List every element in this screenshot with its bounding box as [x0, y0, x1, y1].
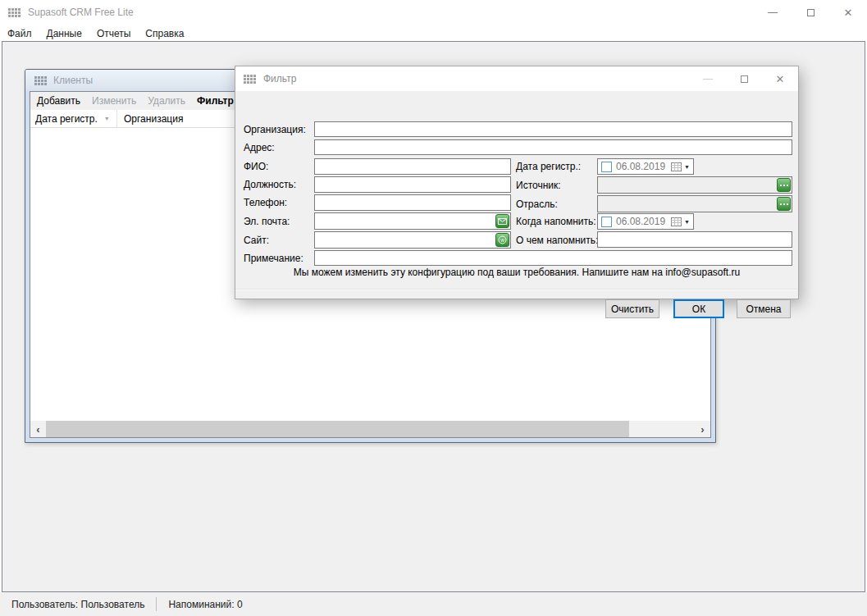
dialog-close-button[interactable]: ✕ — [762, 66, 798, 91]
maximize-button[interactable] — [792, 0, 829, 25]
cancel-button[interactable]: Отмена — [737, 299, 791, 318]
remind-when-dropdown-icon[interactable]: ▼ — [684, 219, 690, 225]
source-field — [597, 176, 792, 194]
svg-text:w: w — [500, 237, 504, 243]
site-input[interactable] — [315, 233, 495, 247]
minimize-icon: — — [768, 7, 778, 18]
organization-input[interactable] — [314, 121, 792, 137]
source-picker-button[interactable] — [777, 178, 791, 192]
dialog-info-text: Мы можем изменить эту конфигурацию под в… — [235, 267, 798, 278]
scroll-left-button[interactable]: ‹ — [30, 421, 46, 437]
address-label: Адрес: — [244, 142, 275, 153]
email-input[interactable] — [315, 214, 495, 228]
note-label: Примечание: — [244, 253, 303, 264]
clients-window-icon — [34, 76, 47, 85]
fio-input[interactable] — [314, 158, 511, 175]
column-header-reg-date[interactable]: Дата регистр. ▼ — [30, 110, 117, 127]
phone-label: Телефон: — [244, 197, 287, 208]
email-send-button[interactable] — [495, 214, 509, 228]
sort-desc-icon: ▼ — [104, 116, 110, 121]
email-label: Эл. почта: — [244, 216, 290, 227]
dialog-minimize-button: — — [690, 66, 726, 91]
menubar: Файл Данные Отчеты Справка — [0, 25, 867, 42]
reg-date-value: 06.08.2019 — [616, 161, 671, 172]
dialog-maximize-button[interactable] — [726, 66, 762, 91]
fio-label: ФИО: — [244, 161, 268, 172]
position-input[interactable] — [314, 176, 511, 193]
reg-date-picker[interactable]: 06.08.2019 ▼ — [597, 158, 694, 175]
menu-help[interactable]: Справка — [138, 25, 191, 42]
close-icon: ✕ — [844, 7, 853, 19]
menu-file[interactable]: Файл — [0, 25, 39, 42]
ok-button[interactable]: ОК — [673, 299, 724, 318]
reg-date-dropdown-icon[interactable]: ▼ — [684, 164, 690, 170]
toolbar-edit-button: Изменить — [86, 95, 142, 107]
menu-reports[interactable]: Отчеты — [89, 25, 138, 42]
calendar-icon — [671, 162, 682, 171]
scroll-left-icon: ‹ — [36, 423, 39, 436]
filter-dialog-title: Фильтр — [263, 73, 296, 84]
remind-when-picker[interactable]: 06.08.2019 ▼ — [597, 213, 694, 230]
ellipsis-icon — [780, 203, 788, 205]
dialog-maximize-icon — [741, 75, 748, 83]
maximize-icon — [807, 9, 815, 16]
app-title: Supasoft CRM Free Lite — [28, 7, 134, 18]
remind-what-input[interactable] — [597, 231, 792, 248]
source-label: Источник: — [516, 180, 561, 191]
status-separator — [156, 597, 157, 611]
industry-field — [597, 195, 792, 212]
app-logo-icon — [8, 8, 21, 17]
status-bar: Пользователь: Пользователь Напоминаний: … — [0, 592, 867, 616]
dialog-minimize-icon: — — [703, 73, 713, 84]
main-titlebar[interactable]: Supasoft CRM Free Lite — ✕ — [0, 0, 867, 25]
site-open-button[interactable]: w — [495, 233, 509, 247]
remind-when-value: 06.08.2019 — [616, 216, 671, 227]
industry-label: Отрасль: — [516, 198, 558, 210]
status-user: Пользователь: Пользователь — [11, 599, 144, 610]
industry-picker-button[interactable] — [777, 197, 791, 211]
clear-button[interactable]: Очистить — [605, 299, 659, 318]
organization-label: Организация: — [244, 124, 306, 135]
reg-date-checkbox[interactable] — [601, 162, 612, 172]
dialog-divider — [235, 289, 798, 290]
toolbar-delete-button: Удалить — [142, 95, 191, 107]
toolbar-filter-button[interactable]: Фильтр — [191, 95, 240, 107]
site-field: w — [314, 231, 511, 249]
close-button[interactable]: ✕ — [829, 0, 867, 25]
calendar-icon — [671, 217, 682, 226]
status-reminders: Напоминаний: 0 — [168, 599, 242, 610]
phone-input[interactable] — [314, 194, 511, 211]
filter-dialog-body: Организация: Адрес: ФИО: Должность: Теле… — [235, 91, 798, 299]
horizontal-scrollbar[interactable]: ‹ › — [30, 421, 710, 437]
scroll-right-button[interactable]: › — [695, 421, 710, 437]
globe-icon: w — [498, 235, 507, 244]
menu-data[interactable]: Данные — [39, 25, 89, 42]
filter-dialog-titlebar[interactable]: Фильтр — ✕ — [235, 66, 798, 91]
email-field — [314, 212, 511, 230]
position-label: Должность: — [244, 179, 296, 190]
address-input[interactable] — [314, 139, 792, 155]
app-window: Supasoft CRM Free Lite — ✕ Файл Данные О… — [0, 0, 867, 616]
dialog-close-icon: ✕ — [776, 73, 785, 85]
ellipsis-icon — [780, 185, 788, 186]
remind-when-label: Когда напомнить: — [516, 216, 596, 227]
site-label: Сайт: — [244, 235, 269, 246]
remind-what-label: О чем напомнить: — [516, 235, 598, 246]
envelope-icon — [498, 218, 507, 225]
minimize-button[interactable]: — — [754, 0, 792, 25]
toolbar-add-button[interactable]: Добавить — [31, 95, 86, 107]
clients-window-title: Клиенты — [53, 75, 93, 86]
scrollbar-thumb[interactable] — [46, 421, 629, 437]
filter-dialog: Фильтр — ✕ Организация: Адрес: ФИО: Долж… — [235, 66, 799, 299]
filter-dialog-icon — [244, 75, 256, 84]
reg-date-label: Дата регистр.: — [516, 161, 581, 172]
note-input[interactable] — [314, 250, 792, 266]
remind-when-checkbox[interactable] — [601, 217, 612, 227]
scroll-right-icon: › — [700, 423, 704, 436]
